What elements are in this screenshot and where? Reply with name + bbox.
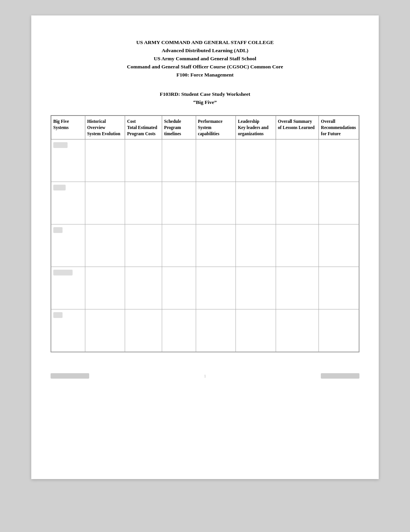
row-2-col-3	[125, 182, 162, 224]
subtitle-line-1: F103RD: Student Case Study Worksheet	[51, 90, 359, 99]
row-3-col-5	[196, 224, 236, 267]
row-5-col-3	[125, 309, 162, 352]
col-header-overall-recommendations: Overall Recommendations for Future	[319, 116, 359, 139]
footer-right-info	[321, 373, 359, 379]
row-4-col-5	[196, 267, 236, 309]
table-header-row: Big Five Systems Historical Overview Sys…	[51, 116, 359, 139]
col-header-leadership: Leadership Key leaders and organizations	[236, 116, 276, 139]
header-line-5: F100: Force Management	[51, 71, 359, 79]
big-five-table: Big Five Systems Historical Overview Sys…	[51, 116, 359, 352]
row-4-col-3	[125, 267, 162, 309]
row-1-col-7	[276, 139, 319, 182]
row-3-col-4	[162, 224, 196, 267]
row-5-col-6	[236, 309, 276, 352]
row-2-col-6	[236, 182, 276, 224]
row-5-col-1	[51, 309, 85, 352]
page-footer: 1	[51, 372, 359, 380]
subtitle-section: F103RD: Student Case Study Worksheet “Bi…	[51, 90, 359, 107]
col-header-overall-summary: Overall Summary of Lessons Learned	[276, 116, 319, 139]
col-header-label-4: Schedule Program timelines	[164, 119, 181, 136]
row-2-col-1	[51, 182, 85, 224]
row-5-col-2	[85, 309, 125, 352]
row-5-col-8	[319, 309, 359, 352]
footer-classification-label	[51, 373, 89, 379]
row-2-col-8	[319, 182, 359, 224]
header-line-3: US Army Command and General Staff School	[51, 55, 359, 63]
col-header-label-3: Cost Total Estimated Program Costs	[127, 119, 157, 136]
row-2-col-5	[196, 182, 236, 224]
row-3-col-3	[125, 224, 162, 267]
row-1-col-8	[319, 139, 359, 182]
col-header-label-6: Leadership Key leaders and organizations	[238, 119, 268, 136]
row-1-col-5	[196, 139, 236, 182]
footer-page-number: 1	[204, 374, 206, 378]
row-3-col-7	[276, 224, 319, 267]
row-4-col-4	[162, 267, 196, 309]
header-line-1: US ARMY COMMAND AND GENERAL STAFF COLLEG…	[51, 39, 359, 47]
col-header-label-2: Historical Overview System Evolution	[87, 119, 120, 136]
row-5-col-4	[162, 309, 196, 352]
col-header-label-5: Performance System capabilities	[198, 119, 223, 136]
col-header-schedule: Schedule Program timelines	[162, 116, 196, 139]
row-3-col-6	[236, 224, 276, 267]
col-header-cost: Cost Total Estimated Program Costs	[125, 116, 162, 139]
table-row	[51, 267, 359, 309]
row-1-col-1	[51, 139, 85, 182]
row-2-col-7	[276, 182, 319, 224]
row-1-col-3	[125, 139, 162, 182]
subtitle-line-2: “Big Five”	[51, 98, 359, 107]
col-header-historical-overview: Historical Overview System Evolution	[85, 116, 125, 139]
table-row	[51, 182, 359, 224]
header-line-4: Command and General Staff Officer Course…	[51, 63, 359, 71]
row-4-col-1	[51, 267, 85, 309]
row-4-col-8	[319, 267, 359, 309]
row-3-col-8	[319, 224, 359, 267]
row-1-col-6	[236, 139, 276, 182]
row-5-col-7	[276, 309, 319, 352]
col-header-big-five-systems: Big Five Systems	[51, 116, 85, 139]
col-header-label-1: Big Five Systems	[53, 119, 69, 130]
table-row	[51, 309, 359, 352]
table-row	[51, 139, 359, 182]
main-table-container: Big Five Systems Historical Overview Sys…	[51, 115, 359, 352]
row-1-col-2	[85, 139, 125, 182]
col-header-label-8: Overall Recommendations for Future	[321, 119, 356, 136]
row-1-col-4	[162, 139, 196, 182]
row-4-col-7	[276, 267, 319, 309]
row-3-col-1	[51, 224, 85, 267]
row-3-col-2	[85, 224, 125, 267]
table-row	[51, 224, 359, 267]
col-header-label-7: Overall Summary of Lessons Learned	[278, 119, 315, 130]
header-line-2: Advanced Distributed Learning (ADL)	[51, 47, 359, 55]
col-header-performance: Performance System capabilities	[196, 116, 236, 139]
document-page: US ARMY COMMAND AND GENERAL STAFF COLLEG…	[31, 15, 379, 479]
document-header: US ARMY COMMAND AND GENERAL STAFF COLLEG…	[51, 39, 359, 79]
row-2-col-2	[85, 182, 125, 224]
row-5-col-5	[196, 309, 236, 352]
row-4-col-2	[85, 267, 125, 309]
row-2-col-4	[162, 182, 196, 224]
row-4-col-6	[236, 267, 276, 309]
